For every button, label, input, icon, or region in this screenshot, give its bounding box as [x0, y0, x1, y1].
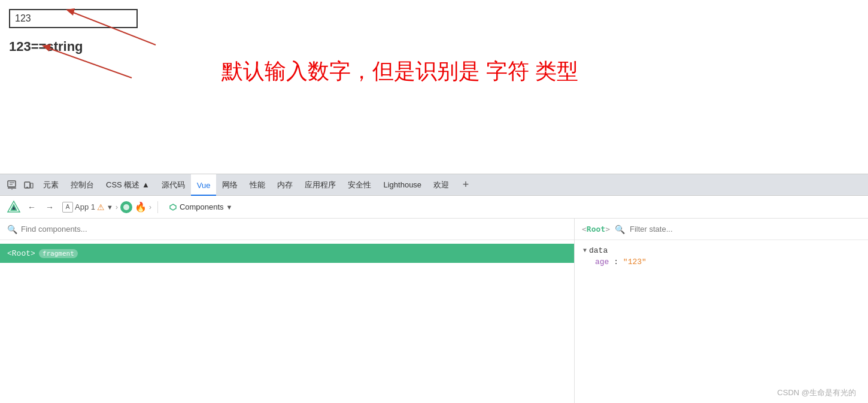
age-value: "123" [623, 257, 647, 266]
forward-button[interactable]: → [42, 199, 57, 215]
root-component-tag: <Root> [7, 249, 35, 258]
divider [157, 201, 158, 213]
colon: : [614, 257, 623, 266]
age-key: age [595, 257, 609, 266]
inspect-icon[interactable] [4, 177, 20, 193]
component-tree: <Root> fragment [0, 240, 574, 403]
devtools-tabbar: 元素 控制台 CSS 概述 ▲ 源代码 Vue 网络 性能 内存 应用程序 安全… [0, 174, 868, 196]
find-components-input[interactable] [21, 225, 567, 234]
dropdown-icon[interactable]: ▼ [107, 204, 113, 211]
breadcrumb-app[interactable]: A App 1 ⚠ ▼ [62, 202, 113, 213]
annotation-text: 默认输入数字，但是识别是 字符 类型 [221, 57, 578, 86]
tab-security[interactable]: 安全性 [342, 174, 377, 196]
type-label: 123==string [9, 39, 83, 54]
svg-point-15 [123, 204, 129, 210]
annotation-area: 123==string 默认输入数字，但是识别是 字符 类型 [0, 0, 868, 174]
tab-memory[interactable]: 内存 [271, 174, 299, 196]
state-content: ▼ data age : "123" [575, 240, 868, 403]
components-icon [169, 203, 177, 211]
age-property: age : "123" [583, 257, 860, 266]
state-header: <Root> 🔍 [575, 219, 868, 240]
back-button[interactable]: ← [24, 199, 40, 215]
device-icon[interactable] [20, 177, 37, 193]
svg-rect-4 [8, 181, 16, 187]
filter-state-input[interactable] [630, 225, 861, 234]
circle-icon [120, 201, 132, 213]
root-tag-display: <Root> [582, 225, 610, 234]
filter-icon: 🔍 [615, 225, 625, 234]
app-label: App 1 [75, 202, 95, 211]
watermark: CSDN @生命是有光的 [777, 387, 856, 398]
data-toggle[interactable]: ▼ data [583, 246, 860, 255]
tab-network[interactable]: 网络 [216, 174, 244, 196]
svg-rect-10 [31, 183, 33, 188]
tab-performance[interactable]: 性能 [244, 174, 271, 196]
components-label: Components [180, 202, 224, 211]
find-components-bar: 🔍 [0, 219, 574, 240]
search-icon: 🔍 [7, 225, 17, 234]
components-dropdown-icon[interactable]: ▼ [226, 204, 233, 211]
tab-sources[interactable]: 源代码 [156, 174, 191, 196]
chevron-icon: › [116, 203, 118, 211]
tab-elements[interactable]: 元素 [37, 174, 65, 196]
app-icon: A [62, 202, 73, 213]
toggle-arrow: ▼ [583, 247, 587, 254]
tab-application[interactable]: 应用程序 [299, 174, 342, 196]
right-panel: <Root> 🔍 ▼ data age : "123" [575, 219, 868, 403]
flame-icon: 🔥 [135, 201, 147, 213]
breadcrumb: A App 1 ⚠ ▼ › 🔥 › [62, 201, 151, 213]
left-panel: 🔍 <Root> fragment [0, 219, 575, 403]
data-label: data [589, 246, 608, 255]
fragment-badge: fragment [39, 249, 78, 258]
devtools-main: 🔍 <Root> fragment <Root> 🔍 [0, 219, 868, 403]
demo-input[interactable] [9, 9, 138, 28]
tab-css-overview[interactable]: CSS 概述 ▲ [100, 174, 156, 196]
data-section: ▼ data age : "123" [583, 246, 860, 266]
tab-vue[interactable]: Vue [191, 174, 217, 196]
vue-logo [6, 199, 22, 215]
warning-icon: ⚠ [97, 202, 105, 212]
breadcrumb-flame-item[interactable]: 🔥 [135, 201, 147, 213]
tab-welcome[interactable]: 欢迎 [427, 174, 455, 196]
svg-point-6 [11, 189, 13, 190]
add-tab-button[interactable]: + [457, 177, 474, 193]
tab-lighthouse[interactable]: Lighthouse [377, 174, 427, 196]
devtools-panel: 元素 控制台 CSS 概述 ▲ 源代码 Vue 网络 性能 内存 应用程序 安全… [0, 174, 868, 403]
breadcrumb-circle-item[interactable] [120, 201, 132, 213]
components-button[interactable]: Components ▼ [164, 201, 238, 213]
vue-toolbar: ← → A App 1 ⚠ ▼ › 🔥 › [0, 196, 868, 219]
root-component-row[interactable]: <Root> fragment [0, 244, 574, 263]
tab-console[interactable]: 控制台 [65, 174, 100, 196]
chevron2-icon: › [149, 203, 151, 211]
